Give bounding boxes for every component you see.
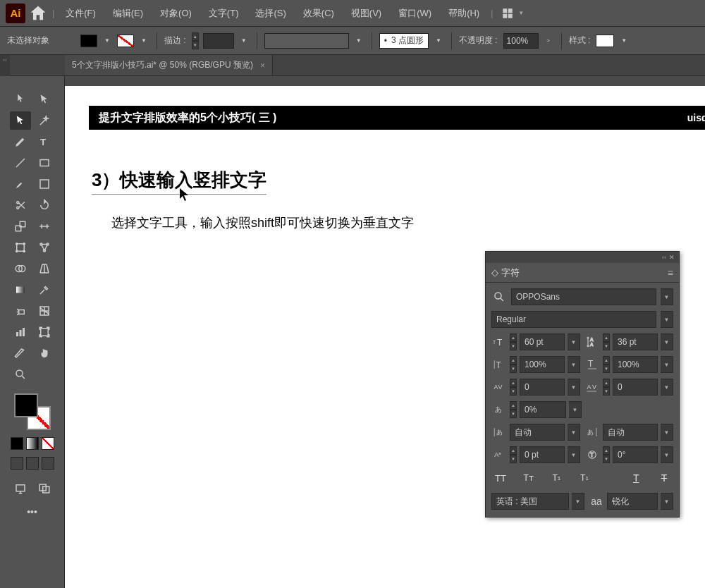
brush-dropdown[interactable]: ▼ bbox=[433, 35, 444, 47]
tsume-stepper[interactable]: ▲▼ bbox=[510, 401, 517, 418]
symbol-sprayer-tool-icon[interactable] bbox=[10, 302, 31, 320]
menu-file[interactable]: 文件(F) bbox=[59, 4, 103, 23]
font-family-field[interactable]: OPPOSans bbox=[511, 288, 656, 305]
artboard-tool-icon[interactable] bbox=[34, 323, 55, 341]
language-dropdown[interactable]: ▼ bbox=[572, 493, 584, 510]
panel-menu-icon[interactable]: ≡ bbox=[668, 267, 673, 278]
menu-view[interactable]: 视图(V) bbox=[344, 4, 388, 23]
perspective-tool-icon[interactable] bbox=[34, 259, 55, 278]
hscale-dropdown[interactable]: ▼ bbox=[661, 356, 673, 373]
kerning-dropdown[interactable]: ▼ bbox=[568, 379, 580, 396]
collapse-panels-icon[interactable]: ‹‹ bbox=[0, 55, 10, 76]
font-size-dropdown[interactable]: ▼ bbox=[568, 333, 580, 350]
kerning-field[interactable]: 0 bbox=[520, 379, 565, 396]
font-weight-field[interactable]: Regular bbox=[491, 311, 656, 328]
size-stepper[interactable]: ▲▼ bbox=[510, 333, 517, 350]
style-dropdown[interactable]: ▼ bbox=[618, 35, 630, 47]
draw-inside-icon[interactable] bbox=[42, 457, 54, 470]
hscale-stepper[interactable]: ▲▼ bbox=[603, 356, 610, 373]
direct-select-plain-icon[interactable] bbox=[34, 90, 55, 109]
puppet-warp-tool-icon[interactable] bbox=[34, 238, 55, 257]
opacity-field[interactable]: 100% bbox=[503, 33, 539, 49]
free-transform-tool-icon[interactable] bbox=[10, 238, 31, 257]
menu-select[interactable]: 选择(S) bbox=[248, 4, 293, 23]
eyedropper-tool-icon[interactable] bbox=[34, 281, 55, 299]
vscale-field[interactable]: 100% bbox=[520, 356, 565, 373]
color-mode-gradient-icon[interactable] bbox=[26, 437, 39, 450]
profile-field[interactable] bbox=[264, 33, 349, 49]
kerning-stepper[interactable]: ▲▼ bbox=[510, 379, 517, 396]
baseline-dropdown[interactable]: ▼ bbox=[568, 446, 580, 463]
aki-after-field[interactable]: 自动 bbox=[603, 424, 658, 441]
stroke-stepper[interactable]: ▲▼ bbox=[192, 32, 199, 49]
color-mode-none-icon[interactable] bbox=[42, 437, 54, 450]
vscale-dropdown[interactable]: ▼ bbox=[568, 356, 580, 373]
subscript-icon[interactable]: T1 bbox=[575, 470, 594, 486]
tracking-dropdown[interactable]: ▼ bbox=[661, 379, 673, 396]
menu-help[interactable]: 帮助(H) bbox=[441, 4, 486, 23]
fill-swatch[interactable] bbox=[80, 35, 97, 47]
shape-builder-tool-icon[interactable] bbox=[10, 259, 31, 278]
allcaps-icon[interactable]: TT bbox=[491, 470, 510, 486]
magic-wand-tool-icon[interactable] bbox=[34, 111, 55, 130]
type-tool-icon[interactable]: T bbox=[34, 133, 55, 151]
selection-tool-icon[interactable] bbox=[10, 111, 31, 130]
rotate-tool-icon[interactable] bbox=[34, 196, 55, 214]
aki-before-dropdown[interactable]: ▼ bbox=[568, 424, 580, 441]
aki-after-dropdown[interactable]: ▼ bbox=[661, 424, 673, 441]
font-weight-dropdown[interactable]: ▼ bbox=[661, 311, 673, 328]
scissors-tool-icon[interactable] bbox=[10, 196, 31, 214]
antialias-field[interactable]: 锐化 bbox=[607, 493, 658, 510]
rotation-field[interactable]: 0° bbox=[613, 446, 658, 463]
chevron-down-icon[interactable]: ▼ bbox=[518, 10, 524, 16]
close-tab-icon[interactable]: × bbox=[260, 61, 265, 71]
profile-dropdown[interactable]: ▼ bbox=[353, 35, 364, 47]
line-tool-icon[interactable] bbox=[10, 154, 31, 172]
stroke-swatch[interactable] bbox=[117, 35, 134, 47]
screen-mode-alt-icon[interactable] bbox=[34, 479, 55, 498]
style-swatch[interactable] bbox=[596, 35, 614, 47]
panel-collapse-icon[interactable]: ‹‹ bbox=[662, 254, 666, 261]
leading-field[interactable]: 36 pt bbox=[613, 333, 658, 350]
baseline-field[interactable]: 0 pt bbox=[520, 446, 565, 463]
stroke-dropdown[interactable]: ▼ bbox=[138, 35, 149, 47]
menu-object[interactable]: 对象(O) bbox=[153, 4, 199, 23]
vscale-stepper[interactable]: ▲▼ bbox=[510, 356, 517, 373]
screen-mode-icon[interactable] bbox=[10, 479, 31, 498]
font-family-dropdown[interactable]: ▼ bbox=[661, 288, 673, 305]
search-icon[interactable] bbox=[491, 289, 507, 305]
graph-tool-icon[interactable] bbox=[10, 323, 31, 341]
shaper-tool-icon[interactable] bbox=[34, 175, 55, 193]
mesh-tool-icon[interactable] bbox=[34, 302, 55, 320]
strikethrough-icon[interactable]: T bbox=[655, 470, 673, 486]
draw-normal-icon[interactable] bbox=[11, 457, 23, 470]
selection-move-tool-icon[interactable] bbox=[10, 90, 31, 109]
stroke-weight-dropdown[interactable]: ▼ bbox=[238, 35, 250, 47]
rectangle-tool-icon[interactable] bbox=[34, 154, 55, 172]
fill-dropdown[interactable]: ▼ bbox=[102, 35, 113, 47]
hand-tool-icon[interactable] bbox=[34, 344, 55, 362]
tracking-field[interactable]: 0 bbox=[613, 379, 658, 396]
document-tab[interactable]: 5个文字排版小技巧.ai* @ 50% (RGB/GPU 预览) × bbox=[65, 54, 273, 75]
tsume-dropdown[interactable]: ▼ bbox=[569, 401, 582, 418]
scale-tool-icon[interactable] bbox=[10, 217, 31, 235]
stroke-weight-field[interactable] bbox=[203, 33, 234, 49]
menu-window[interactable]: 窗口(W) bbox=[391, 4, 439, 23]
menu-effect[interactable]: 效果(C) bbox=[296, 4, 341, 23]
pen-tool-icon[interactable] bbox=[10, 133, 31, 151]
home-icon[interactable] bbox=[28, 4, 48, 23]
tsume-field[interactable]: 0% bbox=[520, 401, 566, 418]
slice-tool-icon[interactable] bbox=[10, 344, 31, 362]
font-size-field[interactable]: 60 pt bbox=[520, 333, 565, 350]
opacity-dropdown[interactable]: > bbox=[543, 35, 554, 47]
tracking-stepper[interactable]: ▲▼ bbox=[603, 379, 610, 396]
smallcaps-icon[interactable]: Tᴛ bbox=[520, 470, 538, 486]
gradient-tool-icon[interactable] bbox=[10, 281, 31, 299]
fill-stroke-color-area[interactable] bbox=[14, 393, 51, 430]
draw-behind-icon[interactable] bbox=[26, 457, 39, 470]
brush-field[interactable]: • 3 点圆形 bbox=[379, 33, 429, 49]
language-field[interactable]: 英语 : 美国 bbox=[491, 493, 569, 510]
aki-before-field[interactable]: 自动 bbox=[510, 424, 565, 441]
baseline-stepper[interactable]: ▲▼ bbox=[510, 446, 517, 463]
workspace-icon[interactable] bbox=[501, 7, 514, 20]
